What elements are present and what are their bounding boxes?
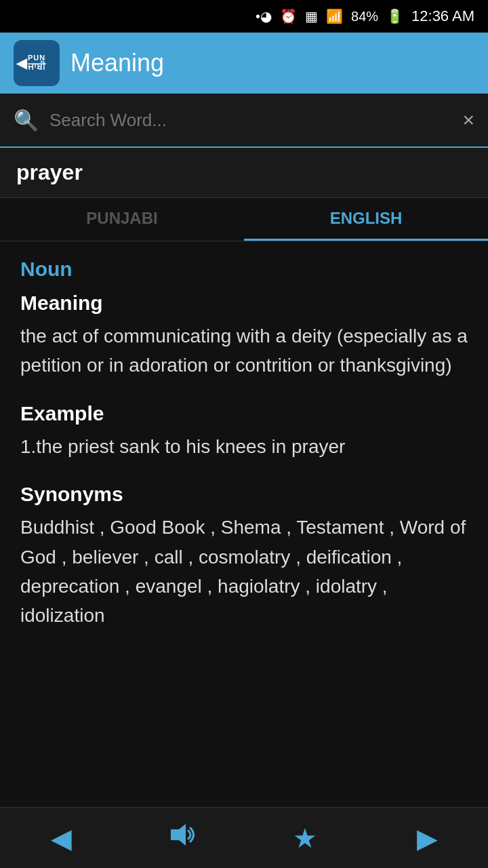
battery-icon: 🔋 bbox=[386, 8, 403, 24]
word-display: prayer bbox=[0, 148, 488, 198]
bluetooth-icon: •◕ bbox=[256, 8, 272, 24]
nav-star-button[interactable]: ★ bbox=[278, 818, 332, 859]
search-bar: 🔍 × bbox=[0, 94, 488, 148]
battery-text: 84% bbox=[351, 9, 378, 24]
synonyms-body: Buddhist , Good Book , Shema , Testament… bbox=[20, 513, 468, 631]
svg-marker-0 bbox=[171, 824, 186, 846]
nav-star-icon: ★ bbox=[293, 823, 317, 854]
nav-back-button[interactable]: ◀ bbox=[34, 818, 88, 859]
signal-icon: 📶 bbox=[326, 8, 343, 24]
example-body: 1.the priest sank to his knees in prayer bbox=[20, 432, 468, 461]
search-clear-button[interactable]: × bbox=[462, 108, 474, 132]
bottom-nav: ◀ ★ ▶ bbox=[0, 807, 488, 868]
nav-forward-button[interactable]: ▶ bbox=[400, 818, 454, 859]
tab-english[interactable]: ENGLISH bbox=[244, 198, 488, 241]
status-bar: •◕ ⏰ ▦ 📶 84% 🔋 12:36 AM bbox=[0, 0, 488, 33]
tab-punjabi[interactable]: PUNJABI bbox=[0, 198, 244, 241]
tabs-bar: PUNJABI ENGLISH bbox=[0, 198, 488, 241]
app-header: ◀ PUN ਜਾਬੀ Meaning bbox=[0, 33, 488, 94]
nav-sound-button[interactable] bbox=[156, 818, 210, 859]
synonyms-title: Synonyms bbox=[20, 483, 468, 506]
alarm-icon: ⏰ bbox=[280, 8, 297, 24]
search-input[interactable] bbox=[49, 110, 451, 131]
meaning-section: Meaning the act of communicating with a … bbox=[20, 292, 468, 380]
synonyms-section: Synonyms Buddhist , Good Book , Shema , … bbox=[20, 483, 468, 631]
content-area: Noun Meaning the act of communicating wi… bbox=[0, 241, 488, 784]
app-logo: ◀ PUN ਜਾਬੀ bbox=[14, 40, 60, 86]
meaning-title: Meaning bbox=[20, 292, 468, 315]
nav-back-icon: ◀ bbox=[51, 823, 72, 854]
meaning-body: the act of communicating with a deity (e… bbox=[20, 321, 468, 380]
example-title: Example bbox=[20, 402, 468, 425]
part-of-speech: Noun bbox=[20, 258, 468, 281]
back-arrow-icon[interactable]: ◀ bbox=[16, 55, 26, 71]
nav-forward-icon: ▶ bbox=[417, 823, 438, 854]
status-time: 12:36 AM bbox=[411, 7, 474, 25]
logo-text: PUN ਜਾਬੀ bbox=[28, 54, 45, 72]
sim-icon: ▦ bbox=[305, 8, 318, 24]
example-section: Example 1.the priest sank to his knees i… bbox=[20, 402, 468, 461]
nav-sound-icon bbox=[168, 821, 198, 854]
app-title: Meaning bbox=[70, 49, 164, 77]
search-word: prayer bbox=[16, 160, 83, 184]
search-icon: 🔍 bbox=[14, 108, 39, 132]
